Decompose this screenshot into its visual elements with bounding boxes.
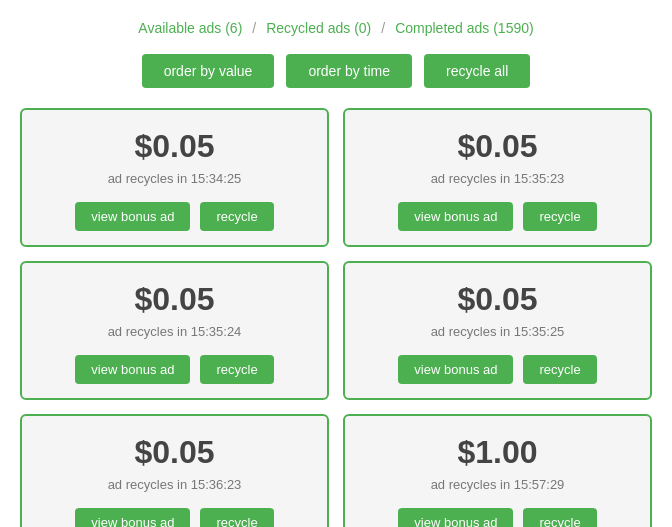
ad-value: $1.00 — [457, 434, 537, 471]
ad-recycle-time: ad recycles in 15:34:25 — [108, 171, 242, 186]
view-bonus-ad-button[interactable]: view bonus ad — [398, 355, 513, 384]
view-bonus-ad-button[interactable]: view bonus ad — [75, 508, 190, 527]
top-navigation: Available ads (6) / Recycled ads (0) / C… — [20, 20, 652, 36]
ad-value: $0.05 — [457, 128, 537, 165]
ad-value: $0.05 — [134, 434, 214, 471]
ad-value: $0.05 — [457, 281, 537, 318]
ad-actions: view bonus adrecycle — [75, 202, 273, 231]
separator-1: / — [252, 20, 256, 36]
recycle-button[interactable]: recycle — [200, 355, 273, 384]
recycle-button[interactable]: recycle — [523, 355, 596, 384]
view-bonus-ad-button[interactable]: view bonus ad — [398, 202, 513, 231]
ad-actions: view bonus adrecycle — [398, 508, 596, 527]
toolbar: order by value order by time recycle all — [20, 54, 652, 88]
recycled-ads-link[interactable]: Recycled ads (0) — [266, 20, 371, 36]
ad-value: $0.05 — [134, 128, 214, 165]
ad-recycle-time: ad recycles in 15:57:29 — [431, 477, 565, 492]
ad-card: $0.05ad recycles in 15:35:24view bonus a… — [20, 261, 329, 400]
ad-recycle-time: ad recycles in 15:36:23 — [108, 477, 242, 492]
ad-recycle-time: ad recycles in 15:35:23 — [431, 171, 565, 186]
recycle-button[interactable]: recycle — [200, 202, 273, 231]
ad-recycle-time: ad recycles in 15:35:25 — [431, 324, 565, 339]
ad-actions: view bonus adrecycle — [75, 508, 273, 527]
recycle-button[interactable]: recycle — [200, 508, 273, 527]
ad-value: $0.05 — [134, 281, 214, 318]
ad-card: $0.05ad recycles in 15:35:23view bonus a… — [343, 108, 652, 247]
order-by-time-button[interactable]: order by time — [286, 54, 412, 88]
completed-ads-link[interactable]: Completed ads (1590) — [395, 20, 534, 36]
ad-actions: view bonus adrecycle — [398, 202, 596, 231]
recycle-all-button[interactable]: recycle all — [424, 54, 530, 88]
recycle-button[interactable]: recycle — [523, 508, 596, 527]
ad-card: $0.05ad recycles in 15:34:25view bonus a… — [20, 108, 329, 247]
ad-actions: view bonus adrecycle — [398, 355, 596, 384]
ads-grid: $0.05ad recycles in 15:34:25view bonus a… — [20, 108, 652, 527]
ad-card: $1.00ad recycles in 15:57:29view bonus a… — [343, 414, 652, 527]
view-bonus-ad-button[interactable]: view bonus ad — [398, 508, 513, 527]
ad-card: $0.05ad recycles in 15:36:23view bonus a… — [20, 414, 329, 527]
separator-2: / — [381, 20, 385, 36]
ad-card: $0.05ad recycles in 15:35:25view bonus a… — [343, 261, 652, 400]
available-ads-link[interactable]: Available ads (6) — [138, 20, 242, 36]
recycle-button[interactable]: recycle — [523, 202, 596, 231]
view-bonus-ad-button[interactable]: view bonus ad — [75, 355, 190, 384]
ad-actions: view bonus adrecycle — [75, 355, 273, 384]
ad-recycle-time: ad recycles in 15:35:24 — [108, 324, 242, 339]
view-bonus-ad-button[interactable]: view bonus ad — [75, 202, 190, 231]
order-by-value-button[interactable]: order by value — [142, 54, 275, 88]
